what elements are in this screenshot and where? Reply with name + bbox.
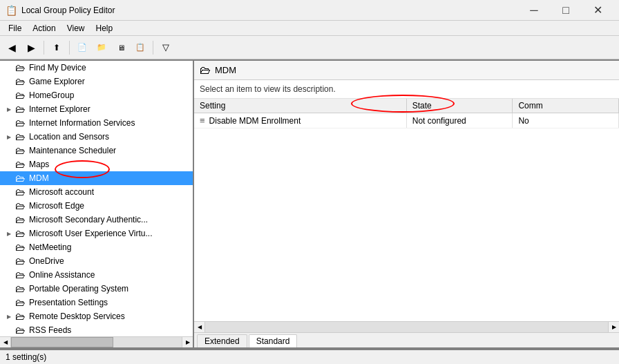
tree-label: Microsoft Edge [29, 201, 84, 211]
pane-area: 🗁 Find My Device 🗁 Game Explorer 🗁 HomeG… [0, 59, 619, 349]
menu-view[interactable]: View [61, 22, 91, 35]
expand-arrow: ▶ [7, 106, 15, 113]
folder-icon: 🗁 [15, 214, 26, 225]
tree-item-iis[interactable]: 🗁 Internet Information Services [0, 116, 193, 130]
tree-item-mdm[interactable]: 🗁 MDM [0, 171, 193, 185]
left-hscroll[interactable]: ◀ ▶ [0, 336, 193, 347]
expand-arrow [7, 189, 15, 195]
tree-item-microsoft-ux[interactable]: ▶ 🗁 Microsoft User Experience Virtu... [0, 227, 193, 240]
right-hscroll[interactable]: ◀ ▶ [194, 321, 619, 332]
col-comment: Comm [513, 99, 619, 113]
tree-item-remote-desktop[interactable]: ▶ 🗁 Remote Desktop Services [0, 309, 193, 323]
expand-arrow: ▶ [7, 314, 15, 320]
tree-item-location-sensors[interactable]: ▶ 🗁 Location and Sensors [0, 130, 193, 144]
folder-icon: 🗁 [15, 269, 26, 280]
close-button[interactable]: ✕ [582, 0, 613, 21]
tree-label: NetMeeting [29, 242, 71, 252]
tree-label: Portable Operating System [29, 284, 128, 294]
setting-cell: ≡ Disable MDM Enrollment [194, 113, 406, 128]
folder-icon: 🗁 [15, 283, 26, 294]
expand-arrow [7, 271, 15, 278]
tree-item-microsoft-account[interactable]: 🗁 Microsoft account [0, 185, 193, 199]
folder-icon: 🗁 [15, 90, 26, 101]
tree-item-internet-explorer[interactable]: ▶ 🗁 Internet Explorer [0, 102, 193, 116]
menu-help[interactable]: Help [91, 22, 119, 35]
toolbar-show-hide[interactable]: 📄 [73, 39, 91, 57]
toolbar-view[interactable]: 📁 [93, 39, 111, 57]
tree-label: OneDrive [29, 256, 64, 266]
tree-label: RSS Feeds [29, 325, 71, 335]
tree-item-onedrive[interactable]: 🗁 OneDrive [0, 254, 193, 268]
setting-label: Disable MDM Enrollment [209, 116, 301, 126]
table-row[interactable]: ≡ Disable MDM Enrollment Not configured … [194, 113, 619, 128]
expand-arrow [7, 147, 15, 154]
scroll-thumb[interactable] [11, 337, 113, 347]
tab-extended[interactable]: Extended [197, 334, 247, 347]
toolbar-forward[interactable]: ▶ [22, 39, 40, 57]
tree-item-maintenance-scheduler[interactable]: 🗁 Maintenance Scheduler [0, 144, 193, 157]
scroll-right-btn[interactable]: ▶ [182, 337, 193, 348]
folder-icon: 🗁 [15, 131, 26, 142]
right-description: Select an item to view its description. [194, 80, 619, 99]
folder-icon: 🗁 [15, 62, 26, 73]
menu-file[interactable]: File [3, 22, 27, 35]
tree-label: HomeGroup [29, 90, 74, 100]
folder-icon: 🗁 [15, 104, 26, 115]
maximize-button[interactable]: □ [550, 0, 582, 21]
right-scroll-track[interactable] [205, 322, 608, 332]
description-text: Select an item to view its description. [200, 84, 336, 94]
title-bar: 📋 Local Group Policy Editor ─ □ ✕ [0, 0, 619, 21]
right-scroll-left[interactable]: ◀ [194, 322, 205, 333]
minimize-button[interactable]: ─ [518, 0, 550, 21]
right-scroll-right[interactable]: ▶ [608, 322, 619, 333]
scroll-track[interactable] [11, 337, 182, 347]
col-setting: Setting [194, 99, 406, 113]
tree-label: Game Explorer [29, 77, 85, 86]
tree-item-game-explorer[interactable]: 🗁 Game Explorer [0, 75, 193, 88]
tree-item-maps[interactable]: 🗁 Maps [0, 157, 193, 171]
toolbar-filter[interactable]: ▽ [157, 39, 175, 57]
status-bar: 1 setting(s) [0, 349, 619, 364]
expand-arrow [7, 244, 15, 251]
folder-icon: 🗁 [15, 117, 26, 128]
folder-icon: 🗁 [15, 242, 26, 253]
tree-item-portable-os[interactable]: 🗁 Portable Operating System [0, 282, 193, 296]
tree-item-presentation-settings[interactable]: 🗁 Presentation Settings [0, 296, 193, 309]
right-table[interactable]: Setting State Comm ≡ Disable MDM Enr [194, 99, 619, 321]
right-pane: 🗁 MDM Select an item to view its descrip… [194, 61, 619, 347]
tree-label: Remote Desktop Services [29, 312, 125, 321]
tree-item-homegroup[interactable]: 🗁 HomeGroup [0, 88, 193, 102]
menu-action[interactable]: Action [27, 22, 61, 35]
tree-item-find-my-device[interactable]: 🗁 Find My Device [0, 61, 193, 75]
scroll-left-btn[interactable]: ◀ [0, 337, 11, 348]
right-header: 🗁 MDM [194, 61, 619, 80]
expand-arrow: ▶ [7, 134, 15, 140]
toolbar-back[interactable]: ◀ [3, 39, 21, 57]
window-title: Local Group Policy Editor [21, 6, 518, 15]
table-header-row: Setting State Comm [194, 99, 619, 113]
tree-item-online-assistance[interactable]: 🗁 Online Assistance [0, 268, 193, 282]
expand-arrow [7, 92, 15, 99]
tree-item-microsoft-secondary[interactable]: 🗁 Microsoft Secondary Authentic... [0, 213, 193, 227]
tree-label: Find My Device [29, 63, 86, 73]
menu-bar: File Action View Help [0, 21, 619, 36]
tree-item-netmeeting[interactable]: 🗁 NetMeeting [0, 240, 193, 254]
tree-label: Microsoft account [29, 187, 94, 197]
tree-label: Internet Information Services [29, 118, 135, 128]
expand-arrow [7, 258, 15, 265]
tree-scroll[interactable]: 🗁 Find My Device 🗁 Game Explorer 🗁 HomeG… [0, 61, 193, 336]
toolbar: ◀ ▶ ⬆ 📄 📁 🖥 📋 ▽ [0, 36, 619, 59]
tree-item-rss-feeds[interactable]: 🗁 RSS Feeds [0, 323, 193, 336]
tab-bar: Extended Standard [194, 332, 619, 347]
comment-cell: No [513, 113, 619, 128]
tree-label: Location and Sensors [29, 132, 109, 142]
tree-label: MDM [29, 173, 49, 183]
toolbar-help[interactable]: 📋 [131, 39, 149, 57]
state-cell: Not configured [406, 113, 513, 128]
toolbar-up[interactable]: ⬆ [48, 39, 66, 57]
right-header-title: MDM [215, 65, 236, 75]
tree-item-microsoft-edge[interactable]: 🗁 Microsoft Edge [0, 199, 193, 213]
tree-label: Internet Explorer [29, 104, 91, 114]
tab-standard[interactable]: Standard [249, 334, 298, 347]
toolbar-properties[interactable]: 🖥 [112, 39, 130, 57]
